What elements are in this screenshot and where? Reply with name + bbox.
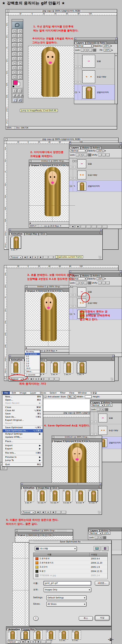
collapse-box-icon[interactable]: [75, 160, 77, 162]
clone-stamp-tool-icon[interactable]: [12, 47, 17, 52]
tab-actions[interactable]: Actions: [91, 274, 102, 277]
menu-item-export[interactable]: Export▶: [2, 447, 42, 450]
dodge-tool-icon[interactable]: [18, 56, 22, 61]
foreground-color-swatch[interactable]: [13, 80, 18, 85]
close-box-icon[interactable]: [6, 138, 8, 140]
opacity-value[interactable]: 100%: [103, 44, 110, 47]
window-titlebar[interactable]: 금발 copy @ 300% (금발머리여자, RGB): [4, 138, 118, 141]
step-back-icon[interactable]: ◀▮: [70, 225, 75, 228]
layer-row-brows[interactable]: 눈섭 copy: [74, 69, 118, 84]
lock-position-icon[interactable]: [84, 154, 87, 156]
menu-item-open[interactable]: Open...⌘O: [2, 398, 42, 402]
blend-mode-dropdown[interactable]: Normal: [70, 149, 87, 152]
cancel-button[interactable]: 취소: [79, 616, 93, 620]
opacity-value[interactable]: 100%: [105, 404, 112, 406]
zoom-level[interactable]: 300%: [6, 126, 15, 129]
close-box-icon[interactable]: [30, 160, 32, 162]
step-back-icon[interactable]: ◀▮: [28, 256, 32, 259]
location-dropdown[interactable]: 데스크탑: [35, 546, 77, 551]
panel-menu-icon[interactable]: ▶: [114, 41, 117, 43]
pen-tool-icon[interactable]: [12, 66, 17, 70]
layer-row-girl-selected[interactable]: ✎ 금발머리여자: [74, 84, 118, 100]
animation-frame[interactable]: 4: [46, 630, 56, 640]
zoom-tool-icon[interactable]: [18, 75, 22, 80]
lock-position-icon[interactable]: [84, 282, 87, 284]
history-brush-tool-icon[interactable]: [18, 47, 22, 52]
menu-slices[interactable]: Slices: [38, 392, 48, 394]
menu-window[interactable]: Window: [76, 392, 88, 394]
visibility-eye-icon[interactable]: [74, 84, 78, 100]
doc-canvas[interactable]: [52, 442, 99, 486]
tab-channels[interactable]: Channels: [86, 42, 98, 44]
unify-style-icon[interactable]: [106, 282, 110, 284]
layer-row-lips[interactable]: 입술: [74, 54, 118, 69]
lock-position-icon[interactable]: [89, 48, 92, 52]
path-select-tool-icon[interactable]: [12, 61, 17, 66]
delay-option[interactable]: 2.0: [25, 362, 40, 365]
nav-favorites-button[interactable]: [102, 546, 108, 551]
blend-mode-dropdown[interactable]: Normal: [91, 404, 104, 407]
step-forward-icon[interactable]: ▮▶: [38, 256, 43, 259]
animation-frame[interactable]: 60.5 sec.: [88, 490, 98, 504]
help-button[interactable]: ?: [33, 616, 38, 620]
anti-aliased-checkbox[interactable]: [44, 396, 46, 398]
edit-brush-icon[interactable]: ✎: [78, 84, 82, 100]
jump-to-imageready-button[interactable]: ⇄: [18, 98, 22, 102]
unify-visibility-icon[interactable]: [102, 282, 106, 284]
tab-2up[interactable]: 2-Up: [39, 534, 46, 536]
visibility-cell[interactable]: [74, 69, 78, 84]
menu-item-preview-in[interactable]: Preview In▶: [2, 456, 42, 459]
horizontal-scrollbar[interactable]: ◀▶: [25, 346, 71, 349]
horizontal-scrollbar[interactable]: ◀▶: [29, 222, 75, 224]
close-box-icon[interactable]: [16, 530, 18, 532]
menu-file[interactable]: File: [2, 392, 10, 394]
animation-frame[interactable]: 50.1 sec.: [76, 490, 85, 504]
default-colors-icon[interactable]: [12, 86, 14, 87]
loop-dropdown[interactable]: Forever: [22, 511, 35, 514]
file-row[interactable]: 1.토마토넷2003.9.4: [34, 556, 108, 561]
lock-all-icon[interactable]: [103, 536, 106, 539]
window-titlebar[interactable]: 금발 copy @ 300% (금발머리여자, RGB): [6, 10, 117, 12]
resize-grip[interactable]: [98, 256, 102, 259]
menu-item-quit[interactable]: Quit⌘Q: [2, 463, 42, 466]
dialog-titlebar[interactable]: Save Optimized As: [29, 540, 111, 544]
quick-mask-mode-icon[interactable]: [18, 88, 22, 93]
menu-image[interactable]: Image: [18, 392, 28, 394]
step-forward-icon[interactable]: ▮▶: [51, 511, 56, 514]
animation-frame[interactable]: 51 sec.: [64, 362, 73, 376]
close-box-icon[interactable]: [26, 286, 28, 288]
rewind-icon[interactable]: ◀◀: [20, 640, 25, 644]
delay-option-selected[interactable]: 0.1 seconds: [25, 353, 40, 355]
blend-mode-dropdown[interactable]: Normal: [89, 532, 102, 535]
resize-grip[interactable]: [110, 378, 114, 380]
opacity-value[interactable]: 100%: [96, 150, 104, 152]
menu-item-close-all[interactable]: Close All⌥⌘W: [2, 409, 42, 412]
opacity-value[interactable]: 100%: [103, 532, 110, 534]
trash-icon[interactable]: [102, 225, 108, 228]
animation-frame[interactable]: 11 sec.: [11, 362, 20, 376]
magic-wand-tool-icon[interactable]: [18, 34, 22, 38]
filename-input[interactable]: gold_girl.gif: [44, 581, 91, 586]
blend-mode-dropdown[interactable]: Normal: [75, 44, 94, 48]
animation-frame[interactable]: 1 1 sec.: [10, 236, 21, 251]
file-row[interactable]: 2.토마토토이즈2004.11.20: [34, 561, 108, 565]
menu-layer[interactable]: Layer: [28, 392, 38, 394]
notes-tool-icon[interactable]: [12, 70, 17, 75]
delay-option[interactable]: 5.0: [25, 365, 40, 367]
tab-4up[interactable]: 4-Up: [46, 534, 53, 536]
nav-disk-button[interactable]: [94, 546, 100, 551]
panel-grabber[interactable]: [9, 229, 102, 231]
animation-frame[interactable]: 61 sec.: [77, 362, 86, 376]
export-icon[interactable]: [12, 98, 17, 102]
tab-history[interactable]: History: [80, 146, 91, 149]
delay-option[interactable]: Other...: [25, 370, 40, 373]
panel-menu-icon[interactable]: ▶: [119, 274, 121, 276]
menu-item-place[interactable]: Place...: [2, 440, 42, 443]
rewind-icon[interactable]: ◀◀: [22, 256, 28, 259]
menu-item-export-original[interactable]: Export Original...: [2, 418, 42, 422]
crop-tool-icon[interactable]: [12, 38, 17, 42]
zoom-box-icon[interactable]: [72, 160, 74, 162]
menu-select[interactable]: Select: [48, 392, 58, 394]
panel-scrollbar[interactable]: [114, 54, 118, 104]
unify-visibility-icon[interactable]: [102, 154, 106, 156]
